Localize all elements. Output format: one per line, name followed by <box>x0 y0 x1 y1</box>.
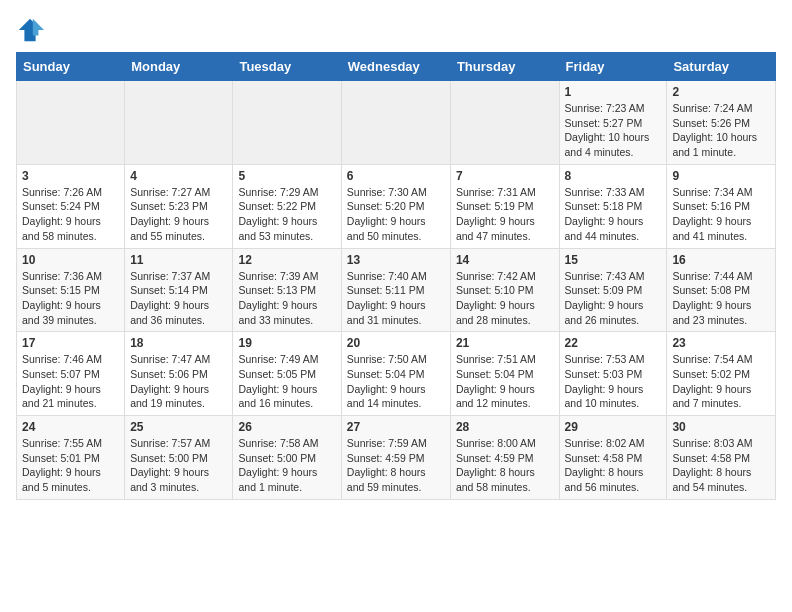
day-number: 22 <box>565 336 662 350</box>
day-info: Sunrise: 7:59 AM Sunset: 4:59 PM Dayligh… <box>347 436 445 495</box>
day-info: Sunrise: 7:54 AM Sunset: 5:02 PM Dayligh… <box>672 352 770 411</box>
calendar-cell-2-3: 5Sunrise: 7:29 AM Sunset: 5:22 PM Daylig… <box>233 164 341 248</box>
day-info: Sunrise: 7:49 AM Sunset: 5:05 PM Dayligh… <box>238 352 335 411</box>
day-number: 20 <box>347 336 445 350</box>
day-info: Sunrise: 8:02 AM Sunset: 4:58 PM Dayligh… <box>565 436 662 495</box>
day-number: 8 <box>565 169 662 183</box>
day-number: 27 <box>347 420 445 434</box>
calendar-week-1: 1Sunrise: 7:23 AM Sunset: 5:27 PM Daylig… <box>17 81 776 165</box>
day-info: Sunrise: 7:27 AM Sunset: 5:23 PM Dayligh… <box>130 185 227 244</box>
calendar-cell-2-7: 9Sunrise: 7:34 AM Sunset: 5:16 PM Daylig… <box>667 164 776 248</box>
day-number: 1 <box>565 85 662 99</box>
day-number: 15 <box>565 253 662 267</box>
day-info: Sunrise: 7:50 AM Sunset: 5:04 PM Dayligh… <box>347 352 445 411</box>
day-number: 19 <box>238 336 335 350</box>
calendar-header-tuesday: Tuesday <box>233 53 341 81</box>
day-number: 28 <box>456 420 554 434</box>
calendar-cell-3-7: 16Sunrise: 7:44 AM Sunset: 5:08 PM Dayli… <box>667 248 776 332</box>
day-info: Sunrise: 7:33 AM Sunset: 5:18 PM Dayligh… <box>565 185 662 244</box>
calendar-header-thursday: Thursday <box>450 53 559 81</box>
day-number: 30 <box>672 420 770 434</box>
day-number: 29 <box>565 420 662 434</box>
calendar-cell-5-3: 26Sunrise: 7:58 AM Sunset: 5:00 PM Dayli… <box>233 416 341 500</box>
day-info: Sunrise: 7:42 AM Sunset: 5:10 PM Dayligh… <box>456 269 554 328</box>
calendar-cell-4-5: 21Sunrise: 7:51 AM Sunset: 5:04 PM Dayli… <box>450 332 559 416</box>
day-info: Sunrise: 7:55 AM Sunset: 5:01 PM Dayligh… <box>22 436 119 495</box>
page-header <box>16 16 776 44</box>
calendar-header-saturday: Saturday <box>667 53 776 81</box>
day-info: Sunrise: 7:51 AM Sunset: 5:04 PM Dayligh… <box>456 352 554 411</box>
day-info: Sunrise: 8:03 AM Sunset: 4:58 PM Dayligh… <box>672 436 770 495</box>
logo-icon <box>16 16 44 44</box>
calendar-cell-2-4: 6Sunrise: 7:30 AM Sunset: 5:20 PM Daylig… <box>341 164 450 248</box>
day-number: 16 <box>672 253 770 267</box>
calendar-cell-3-2: 11Sunrise: 7:37 AM Sunset: 5:14 PM Dayli… <box>125 248 233 332</box>
calendar-header-friday: Friday <box>559 53 667 81</box>
calendar-cell-5-2: 25Sunrise: 7:57 AM Sunset: 5:00 PM Dayli… <box>125 416 233 500</box>
calendar-week-3: 10Sunrise: 7:36 AM Sunset: 5:15 PM Dayli… <box>17 248 776 332</box>
day-info: Sunrise: 7:53 AM Sunset: 5:03 PM Dayligh… <box>565 352 662 411</box>
day-info: Sunrise: 7:29 AM Sunset: 5:22 PM Dayligh… <box>238 185 335 244</box>
day-number: 2 <box>672 85 770 99</box>
day-number: 14 <box>456 253 554 267</box>
day-number: 9 <box>672 169 770 183</box>
day-number: 26 <box>238 420 335 434</box>
day-info: Sunrise: 7:46 AM Sunset: 5:07 PM Dayligh… <box>22 352 119 411</box>
calendar-cell-4-4: 20Sunrise: 7:50 AM Sunset: 5:04 PM Dayli… <box>341 332 450 416</box>
day-number: 5 <box>238 169 335 183</box>
calendar-cell-5-5: 28Sunrise: 8:00 AM Sunset: 4:59 PM Dayli… <box>450 416 559 500</box>
day-info: Sunrise: 7:37 AM Sunset: 5:14 PM Dayligh… <box>130 269 227 328</box>
calendar-header-sunday: Sunday <box>17 53 125 81</box>
day-number: 18 <box>130 336 227 350</box>
calendar-cell-2-2: 4Sunrise: 7:27 AM Sunset: 5:23 PM Daylig… <box>125 164 233 248</box>
day-info: Sunrise: 8:00 AM Sunset: 4:59 PM Dayligh… <box>456 436 554 495</box>
day-info: Sunrise: 7:26 AM Sunset: 5:24 PM Dayligh… <box>22 185 119 244</box>
day-number: 10 <box>22 253 119 267</box>
calendar-cell-4-2: 18Sunrise: 7:47 AM Sunset: 5:06 PM Dayli… <box>125 332 233 416</box>
calendar-week-5: 24Sunrise: 7:55 AM Sunset: 5:01 PM Dayli… <box>17 416 776 500</box>
calendar-cell-1-1 <box>17 81 125 165</box>
calendar-cell-3-1: 10Sunrise: 7:36 AM Sunset: 5:15 PM Dayli… <box>17 248 125 332</box>
day-info: Sunrise: 7:36 AM Sunset: 5:15 PM Dayligh… <box>22 269 119 328</box>
day-number: 4 <box>130 169 227 183</box>
calendar-cell-1-7: 2Sunrise: 7:24 AM Sunset: 5:26 PM Daylig… <box>667 81 776 165</box>
day-number: 17 <box>22 336 119 350</box>
calendar-cell-3-5: 14Sunrise: 7:42 AM Sunset: 5:10 PM Dayli… <box>450 248 559 332</box>
day-info: Sunrise: 7:24 AM Sunset: 5:26 PM Dayligh… <box>672 101 770 160</box>
calendar-cell-1-5 <box>450 81 559 165</box>
calendar-cell-5-1: 24Sunrise: 7:55 AM Sunset: 5:01 PM Dayli… <box>17 416 125 500</box>
day-number: 13 <box>347 253 445 267</box>
calendar-cell-5-6: 29Sunrise: 8:02 AM Sunset: 4:58 PM Dayli… <box>559 416 667 500</box>
calendar-header-wednesday: Wednesday <box>341 53 450 81</box>
day-info: Sunrise: 7:43 AM Sunset: 5:09 PM Dayligh… <box>565 269 662 328</box>
day-info: Sunrise: 7:23 AM Sunset: 5:27 PM Dayligh… <box>565 101 662 160</box>
calendar-table: SundayMondayTuesdayWednesdayThursdayFrid… <box>16 52 776 500</box>
calendar-cell-1-3 <box>233 81 341 165</box>
calendar-header-monday: Monday <box>125 53 233 81</box>
day-number: 12 <box>238 253 335 267</box>
day-number: 11 <box>130 253 227 267</box>
calendar-cell-4-3: 19Sunrise: 7:49 AM Sunset: 5:05 PM Dayli… <box>233 332 341 416</box>
calendar-week-2: 3Sunrise: 7:26 AM Sunset: 5:24 PM Daylig… <box>17 164 776 248</box>
svg-marker-1 <box>33 19 44 36</box>
day-info: Sunrise: 7:57 AM Sunset: 5:00 PM Dayligh… <box>130 436 227 495</box>
logo <box>16 16 48 44</box>
day-number: 24 <box>22 420 119 434</box>
calendar-cell-3-4: 13Sunrise: 7:40 AM Sunset: 5:11 PM Dayli… <box>341 248 450 332</box>
calendar-cell-2-5: 7Sunrise: 7:31 AM Sunset: 5:19 PM Daylig… <box>450 164 559 248</box>
calendar-cell-4-6: 22Sunrise: 7:53 AM Sunset: 5:03 PM Dayli… <box>559 332 667 416</box>
day-info: Sunrise: 7:31 AM Sunset: 5:19 PM Dayligh… <box>456 185 554 244</box>
calendar-cell-2-6: 8Sunrise: 7:33 AM Sunset: 5:18 PM Daylig… <box>559 164 667 248</box>
day-info: Sunrise: 7:40 AM Sunset: 5:11 PM Dayligh… <box>347 269 445 328</box>
day-info: Sunrise: 7:44 AM Sunset: 5:08 PM Dayligh… <box>672 269 770 328</box>
day-number: 25 <box>130 420 227 434</box>
day-number: 23 <box>672 336 770 350</box>
day-info: Sunrise: 7:30 AM Sunset: 5:20 PM Dayligh… <box>347 185 445 244</box>
calendar-cell-5-4: 27Sunrise: 7:59 AM Sunset: 4:59 PM Dayli… <box>341 416 450 500</box>
calendar-cell-4-1: 17Sunrise: 7:46 AM Sunset: 5:07 PM Dayli… <box>17 332 125 416</box>
calendar-cell-1-4 <box>341 81 450 165</box>
calendar-cell-2-1: 3Sunrise: 7:26 AM Sunset: 5:24 PM Daylig… <box>17 164 125 248</box>
calendar-cell-3-3: 12Sunrise: 7:39 AM Sunset: 5:13 PM Dayli… <box>233 248 341 332</box>
day-info: Sunrise: 7:47 AM Sunset: 5:06 PM Dayligh… <box>130 352 227 411</box>
day-number: 6 <box>347 169 445 183</box>
